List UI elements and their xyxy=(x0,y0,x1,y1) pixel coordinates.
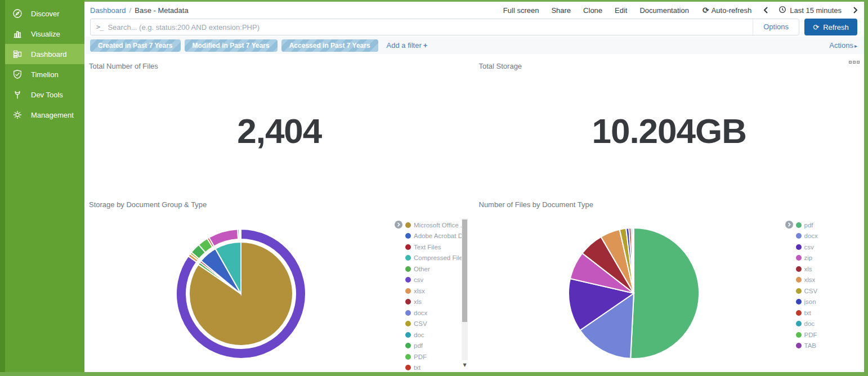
legend-item-other[interactable]: Other xyxy=(405,263,468,275)
legend-item-pdf[interactable]: PDF xyxy=(405,351,468,362)
dashboard-grid-icon xyxy=(12,48,23,60)
legend-item-zip[interactable]: zip xyxy=(796,253,858,264)
legend-item-xlsx[interactable]: xlsx xyxy=(405,285,468,297)
files-pie-chart[interactable] xyxy=(567,227,700,360)
legend-label: xls xyxy=(414,298,422,305)
legend-item-pdf[interactable]: pdf xyxy=(796,220,858,231)
panel-title: Total Storage xyxy=(475,54,865,70)
legend-item-pdf[interactable]: PDF xyxy=(796,329,858,341)
time-forward-button[interactable] xyxy=(853,6,858,14)
options-button[interactable]: Options xyxy=(753,19,799,35)
scrollbar-thumb[interactable] xyxy=(462,220,467,322)
search-input[interactable] xyxy=(108,20,753,34)
pie-slice-xls[interactable] xyxy=(240,229,241,239)
legend-label: CSV xyxy=(414,320,427,327)
pie-slice-pdf[interactable] xyxy=(630,228,699,359)
legend-collapse-icon[interactable] xyxy=(395,221,402,231)
legend-color-dot xyxy=(405,266,411,272)
legend-item-xls[interactable]: xls xyxy=(796,263,858,275)
legend-item-xlsx[interactable]: xlsx xyxy=(796,275,858,286)
refresh-icon: ⟳ xyxy=(813,23,819,32)
filter-pill-accessed-in-past-7-years[interactable]: Accessed in Past 7 Years xyxy=(281,39,378,52)
legend-item-microsoft-office[interactable]: Microsoft Office ... xyxy=(405,220,468,231)
legend-label: docx xyxy=(804,232,818,239)
legend-item-pdf[interactable]: pdf xyxy=(405,341,468,352)
auto-refresh-label: Auto-refresh xyxy=(712,6,752,15)
legend-item-text-files[interactable]: Text Files xyxy=(405,241,468,253)
sidebar-item-visualize[interactable]: Visualize xyxy=(5,24,84,44)
legend-collapse-icon[interactable] xyxy=(785,221,793,231)
legend-item-txt[interactable]: txt xyxy=(796,307,858,319)
menu-full-screen[interactable]: Full screen xyxy=(503,6,539,15)
legend-label: doc xyxy=(804,320,815,327)
legend-color-dot xyxy=(405,288,411,294)
chevron-left-icon xyxy=(763,6,768,14)
sidebar-item-label: Visualize xyxy=(31,30,60,38)
filter-pill-modified-in-past-7-years[interactable]: Modified in Past 7 Years xyxy=(185,39,278,52)
legend-color-dot xyxy=(796,288,802,294)
pie-slice-tab[interactable] xyxy=(633,228,634,293)
metric-total-storage: 10.204GB xyxy=(475,111,865,151)
filter-pill-created-in-past-7-years[interactable]: Created in Past 7 Years xyxy=(90,39,181,52)
breadcrumb-dashboard-link[interactable]: Dashboard xyxy=(90,6,126,15)
legend-item-doc[interactable]: doc xyxy=(796,319,858,330)
legend-label: Microsoft Office ... xyxy=(414,222,466,229)
time-range-picker[interactable]: Last 15 minutes xyxy=(778,6,842,15)
actions-button[interactable]: Actions▸ xyxy=(829,41,857,50)
sidebar-item-discover[interactable]: Discover xyxy=(5,3,84,24)
legend-label: pdf xyxy=(804,222,813,229)
panel-options-icon[interactable] xyxy=(849,61,860,64)
legend-item-csv[interactable]: CSV xyxy=(405,319,468,330)
sidebar-item-dev-tools[interactable]: Dev Tools xyxy=(5,84,84,105)
legend-label: docx xyxy=(414,310,427,316)
timelion-shield-icon xyxy=(12,69,23,80)
legend-item-docx[interactable]: docx xyxy=(796,231,858,242)
legend-label: pdf xyxy=(414,342,423,349)
legend-items: Microsoft Office ...Adobe Acrobat D...Te… xyxy=(395,220,468,373)
legend-label: xls xyxy=(804,266,812,272)
legend-scrollbar[interactable] xyxy=(462,218,468,360)
legend-item-docx[interactable]: docx xyxy=(405,307,468,319)
legend-label: PDF xyxy=(414,353,427,360)
legend-label: Adobe Acrobat D... xyxy=(414,232,468,239)
time-back-button[interactable] xyxy=(763,6,768,14)
scroll-down-icon[interactable]: ▼ xyxy=(462,362,468,368)
legend-color-dot xyxy=(796,255,802,261)
legend-item-json[interactable]: json xyxy=(796,297,858,308)
legend-item-csv[interactable]: csv xyxy=(796,241,858,253)
plus-icon: + xyxy=(423,41,428,50)
menu-documentation[interactable]: Documentation xyxy=(639,6,688,15)
legend-item-txt[interactable]: txt xyxy=(405,362,468,374)
legend-label: zip xyxy=(804,254,813,261)
legend-item-tab[interactable]: TAB xyxy=(796,341,858,352)
storage-sunburst-chart[interactable] xyxy=(176,229,306,359)
refresh-label: Refresh xyxy=(823,23,849,32)
panel-total-files: Total Number of Files 2,404 xyxy=(84,54,475,193)
kibana-app: DiscoverVisualizeDashboardTimelionDev To… xyxy=(0,0,868,376)
legend-item-doc[interactable]: doc xyxy=(405,329,468,341)
add-filter-button[interactable]: Add a filter+ xyxy=(387,41,428,50)
legend-item-xls[interactable]: xls xyxy=(405,297,468,308)
refresh-button[interactable]: ⟳ Refresh xyxy=(804,19,857,35)
time-range-label: Last 15 minutes xyxy=(790,6,842,15)
sidebar-item-dashboard[interactable]: Dashboard xyxy=(5,44,84,64)
add-filter-label: Add a filter xyxy=(387,41,422,50)
legend-item-csv[interactable]: CSV xyxy=(796,285,858,297)
legend-label: Other xyxy=(414,266,430,272)
breadcrumb: Dashboard/Base - Metadata xyxy=(90,6,189,15)
legend-label: csv xyxy=(804,244,814,250)
panel-files-pie: Number of Files by Document Type pdfdocx… xyxy=(475,193,865,372)
auto-refresh-button[interactable]: ⟳ Auto-refresh xyxy=(703,6,751,15)
legend-color-dot xyxy=(796,321,802,326)
sidebar-item-timelion[interactable]: Timelion xyxy=(5,64,84,84)
legend-label: txt xyxy=(414,364,420,371)
menu-edit[interactable]: Edit xyxy=(615,6,627,15)
menu-clone[interactable]: Clone xyxy=(583,6,602,15)
legend-color-dot xyxy=(405,255,411,261)
legend-item-adobe-acrobat-d[interactable]: Adobe Acrobat D... xyxy=(405,231,468,242)
sidebar-item-management[interactable]: Management xyxy=(5,105,84,125)
menu-share[interactable]: Share xyxy=(551,6,571,15)
legend-item-csv[interactable]: csv xyxy=(405,275,468,286)
legend-item-compressed-files[interactable]: Compressed Files xyxy=(405,253,468,264)
legend-label: Compressed Files xyxy=(414,254,466,261)
